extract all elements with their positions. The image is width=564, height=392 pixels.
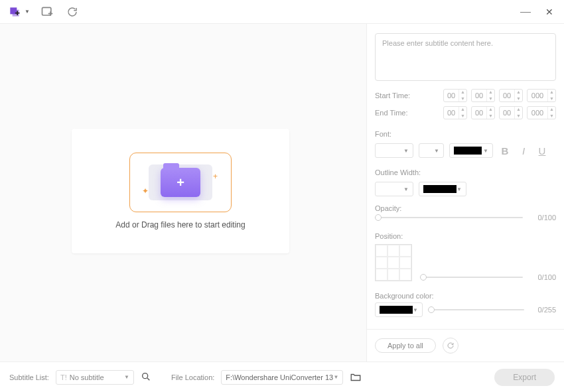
new-subtitle-icon[interactable] xyxy=(39,4,55,20)
stepper-down-icon[interactable]: ▼ xyxy=(515,96,522,102)
underline-button[interactable]: U xyxy=(535,145,549,157)
stepper-up-icon[interactable]: ▲ xyxy=(487,106,494,113)
stepper-down-icon[interactable]: ▼ xyxy=(548,96,555,102)
export-button[interactable]: Export xyxy=(494,369,555,386)
sparkle-icon: + xyxy=(213,172,218,181)
slider-thumb[interactable] xyxy=(428,306,435,313)
stepper-down-icon[interactable]: ▼ xyxy=(487,113,494,119)
stepper-up-icon[interactable]: ▲ xyxy=(548,106,555,113)
stepper-down-icon[interactable]: ▼ xyxy=(459,96,466,102)
folder-icon: + xyxy=(161,168,200,197)
position-grid[interactable] xyxy=(375,244,412,281)
minimize-button[interactable]: — xyxy=(518,4,533,20)
refresh-icon xyxy=(447,342,455,350)
end-time-mm[interactable]: 00▲▼ xyxy=(471,106,495,119)
outline-color-select[interactable]: ▼ xyxy=(419,182,466,196)
search-button[interactable] xyxy=(141,371,153,383)
position-label: Position: xyxy=(375,232,556,240)
color-swatch xyxy=(380,306,413,314)
slider-thumb[interactable] xyxy=(375,214,382,221)
slider-thumb[interactable] xyxy=(420,274,427,281)
outline-width-select[interactable]: ▼ xyxy=(375,182,413,196)
end-time-ms[interactable]: 000▲▼ xyxy=(527,106,556,119)
end-time-hh[interactable]: 00▲▼ xyxy=(443,106,467,119)
italic-button[interactable]: I xyxy=(517,145,530,157)
file-location-label: File Location: xyxy=(171,373,214,381)
end-time-label: End Time: xyxy=(375,109,415,117)
stepper-up-icon[interactable]: ▲ xyxy=(459,106,466,113)
sparkle-icon: ✦ xyxy=(142,186,149,196)
bgcolor-label: Background color: xyxy=(375,292,556,300)
stepper-up-icon[interactable]: ▲ xyxy=(548,89,555,96)
stepper-down-icon[interactable]: ▼ xyxy=(459,113,466,119)
stepper-up-icon[interactable]: ▲ xyxy=(459,89,466,96)
stepper-down-icon[interactable]: ▼ xyxy=(548,113,555,119)
drop-hint: Add or Drag files here to start editing xyxy=(115,220,245,229)
opacity-label: Opacity: xyxy=(375,204,556,212)
stepper-up-icon[interactable]: ▲ xyxy=(515,106,522,113)
file-location-select[interactable]: F:\Wondershare UniConverter 13\SubEdi ▼ xyxy=(221,370,343,385)
stepper-up-icon[interactable]: ▲ xyxy=(487,89,494,96)
font-family-select[interactable]: ▼ xyxy=(375,143,413,158)
open-folder-button[interactable] xyxy=(350,371,362,383)
svg-point-5 xyxy=(143,373,148,378)
start-time-ss[interactable]: 00▲▼ xyxy=(499,89,523,102)
stepper-down-icon[interactable]: ▼ xyxy=(515,113,522,119)
subtitle-list-label: Subtitle List: xyxy=(9,373,49,381)
color-swatch xyxy=(423,185,457,193)
start-time-label: Start Time: xyxy=(375,92,415,99)
svg-line-6 xyxy=(147,378,149,380)
bgcolor-select[interactable]: ▼ xyxy=(375,302,423,317)
font-color-select[interactable]: ▼ xyxy=(449,143,493,158)
add-media-dropdown[interactable]: ▼ xyxy=(7,4,30,20)
start-time-hh[interactable]: 00▲▼ xyxy=(443,89,467,102)
bold-button[interactable]: B xyxy=(498,145,512,157)
outline-label: Outline Width: xyxy=(375,168,556,176)
bgcolor-value: 0/255 xyxy=(529,306,556,314)
reset-button[interactable] xyxy=(443,338,458,354)
start-time-group: 00▲▼ 00▲▼ 00▲▼ 000▲▼ xyxy=(443,89,556,102)
start-time-ms[interactable]: 000▲▼ xyxy=(527,89,556,102)
close-button[interactable]: ✕ xyxy=(541,4,557,20)
end-time-ss[interactable]: 00▲▼ xyxy=(499,106,523,119)
opacity-value: 0/100 xyxy=(529,214,556,222)
subtitle-list-select[interactable]: T! No subtitle ▼ xyxy=(56,370,134,385)
reload-icon[interactable] xyxy=(64,4,80,20)
font-size-select[interactable]: ▼ xyxy=(419,143,444,158)
stepper-down-icon[interactable]: ▼ xyxy=(487,96,494,102)
opacity-slider[interactable] xyxy=(375,217,523,218)
position-value: 0/100 xyxy=(529,273,556,281)
add-media-icon xyxy=(7,4,23,20)
stepper-up-icon[interactable]: ▲ xyxy=(515,89,522,96)
color-swatch xyxy=(454,147,482,155)
position-slider[interactable] xyxy=(420,277,523,278)
apply-to-all-button[interactable]: Apply to all xyxy=(375,338,436,353)
subtitle-textarea[interactable]: Please enter subtitle content here. xyxy=(375,33,556,81)
title-bar: ▼ — ✕ xyxy=(0,0,564,24)
svg-rect-1 xyxy=(17,11,18,15)
bgcolor-slider[interactable] xyxy=(428,309,524,310)
preview-pane: + ✦ + Add or Drag files here to start ed… xyxy=(0,24,366,361)
drop-card: + ✦ + Add or Drag files here to start ed… xyxy=(72,129,289,253)
properties-panel: Please enter subtitle content here. Star… xyxy=(366,24,564,361)
font-label: Font: xyxy=(375,130,556,138)
chevron-down-icon: ▼ xyxy=(25,9,30,15)
end-time-group: 00▲▼ 00▲▼ 00▲▼ 000▲▼ xyxy=(443,106,556,119)
start-time-mm[interactable]: 00▲▼ xyxy=(471,89,495,102)
drop-zone[interactable]: + ✦ + xyxy=(129,153,232,212)
footer-bar: Subtitle List: T! No subtitle ▼ File Loc… xyxy=(0,361,564,392)
